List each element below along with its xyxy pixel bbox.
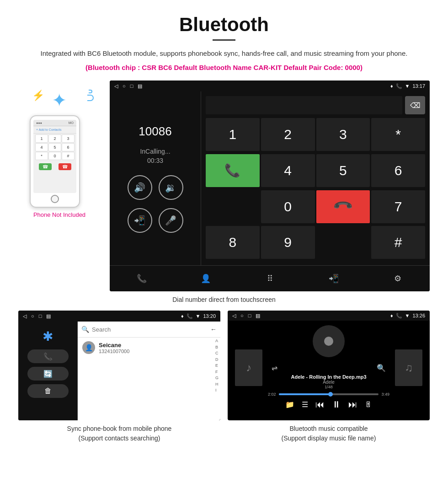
phone-key[interactable]: * xyxy=(35,152,48,160)
key-6[interactable]: 6 xyxy=(371,154,425,187)
phone-key[interactable]: 6 xyxy=(62,143,75,151)
pb-location-icon: ♦ xyxy=(181,313,184,319)
phone-key[interactable]: 1 xyxy=(35,134,48,143)
status-bar-right: ♦ 📞 ▼ 13:17 xyxy=(390,83,425,89)
calling-status: InCalling... xyxy=(140,148,170,155)
nav-keypad-icon[interactable]: ⠿ xyxy=(261,270,278,287)
phone-key[interactable]: 5 xyxy=(48,143,61,151)
music-pause-icon[interactable]: ⏸ xyxy=(332,399,341,410)
phone-home-bar xyxy=(33,195,76,203)
contact-name: Seicane xyxy=(99,342,216,349)
music-wifi-icon: ▼ xyxy=(405,313,410,318)
nav-transfer-icon[interactable]: 📲 xyxy=(325,270,342,287)
key-3[interactable]: 3 xyxy=(316,118,370,151)
key-star[interactable]: * xyxy=(371,118,425,151)
pb-contact-row[interactable]: 👤 Seicane 13241007000 xyxy=(78,338,220,358)
pb-sync-button[interactable]: 🔄 xyxy=(27,367,69,381)
microphone-button[interactable]: 🎤 xyxy=(159,208,183,233)
contact-avatar: 👤 xyxy=(82,341,95,354)
phone-key[interactable]: 4 xyxy=(35,143,48,151)
backspace-button[interactable]: ⌫ xyxy=(405,96,425,114)
key-4[interactable]: 4 xyxy=(261,154,315,187)
menu-icon: ▤ xyxy=(138,83,142,89)
music-android-screen: ◁ ○ □ ▤ ♦ 📞 ▼ 13:26 ♪ xyxy=(228,311,430,420)
phonebook-android-screen: ◁ ○ □ ▤ ♦ 📞 ▼ 13:20 ✱ 📞 🔄 � xyxy=(18,311,220,420)
phone-key[interactable]: 2 xyxy=(48,134,61,143)
pb-home-icon: ○ xyxy=(31,313,34,319)
music-track-name: Adele - Rolling In the Deep.mp3 xyxy=(291,374,366,380)
phone-key[interactable]: 3 xyxy=(62,134,75,143)
call-controls-2: 📲 🎤 xyxy=(128,208,183,233)
pb-call-button[interactable]: 📞 xyxy=(27,349,69,363)
call-accept-button[interactable]: 📞 xyxy=(206,154,260,187)
header-specs: (Bluetooth chip : CSR BC6 Default Blueto… xyxy=(27,64,421,71)
music-time-current: 2:02 xyxy=(268,392,276,397)
music-back-icon: ◁ xyxy=(232,313,236,319)
status-time: 13:17 xyxy=(412,83,425,89)
music-eq-icon[interactable]: 🎚 xyxy=(365,401,372,409)
key-7[interactable]: 7 xyxy=(371,190,425,223)
music-status-bar-right: ♦ 📞 ▼ 13:26 xyxy=(390,313,425,319)
phone-call-red[interactable]: ☎ xyxy=(59,163,71,170)
phone-key[interactable]: 0 xyxy=(48,152,61,160)
key-hash[interactable]: # xyxy=(371,226,425,259)
phone-screen: ●●●MO + Add to Contacts 1 2 3 4 5 6 * 0 … xyxy=(33,120,76,193)
pb-delete-button[interactable]: 🗑 xyxy=(27,384,69,398)
page-header: Bluetooth Integrated with BC6 Bluetooth … xyxy=(0,0,448,76)
music-recents-icon: □ xyxy=(248,313,251,319)
nav-calls-icon[interactable]: 📞 xyxy=(133,270,150,287)
phone-call-green[interactable]: ☎ xyxy=(39,163,52,170)
pb-search-input[interactable] xyxy=(92,324,208,334)
nav-contacts-icon[interactable]: 👤 xyxy=(197,270,214,287)
pb-status-bar-right: ♦ 📞 ▼ 13:20 xyxy=(181,313,216,319)
key-8[interactable]: 8 xyxy=(206,226,260,259)
music-main-area: ♪ ⇌ 🔍 xyxy=(228,321,430,414)
key-5[interactable]: 5 xyxy=(316,154,370,187)
pb-wifi-icon: ▼ xyxy=(196,313,201,319)
key-9[interactable]: 9 xyxy=(261,226,315,259)
dial-input-row: ⌫ xyxy=(206,96,425,114)
phone-not-included-label: Phone Not Included xyxy=(33,211,85,218)
music-playlist-icon[interactable]: ☰ xyxy=(302,400,308,409)
pb-index: A B C D E F G H I xyxy=(215,338,219,394)
pb-status-time: 13:20 xyxy=(203,313,216,319)
phone-red-icon: 📞 xyxy=(332,195,354,217)
music-menu-icon: ▤ xyxy=(256,313,260,319)
shuffle-icon[interactable]: ⇌ xyxy=(272,364,277,372)
key-2[interactable]: 2 xyxy=(261,118,315,151)
music-folder-icon[interactable]: 📁 xyxy=(285,400,294,409)
phone-graphic: ✦ ⚡ ●●●MO + Add to Contacts 1 2 xyxy=(30,90,89,208)
dial-input-field[interactable] xyxy=(206,96,402,114)
recents-icon: □ xyxy=(130,83,133,89)
music-playback-controls: 📁 ☰ ⏮ ⏸ ⏭ 🎚 xyxy=(285,399,372,410)
music-disc xyxy=(313,325,345,357)
android-dial-screen: ◁ ○ □ ▤ ♦ 📞 ▼ 13:17 10086 InCalling... xyxy=(110,80,430,291)
call-controls: 🔊 🔉 xyxy=(128,175,183,200)
music-track-num: 1/48 xyxy=(291,385,366,389)
key-0[interactable]: 0 xyxy=(261,190,315,223)
pb-search-row: 🔍 ← xyxy=(78,322,220,338)
volume-down-button[interactable]: 🔉 xyxy=(159,175,183,200)
phone-key[interactable]: # xyxy=(62,152,75,160)
disc-center-dot xyxy=(324,337,333,346)
pb-recents-icon: □ xyxy=(39,313,42,319)
music-next-icon[interactable]: ⏭ xyxy=(348,399,357,410)
music-progress-bar[interactable] xyxy=(279,393,379,395)
main-section: ✦ ⚡ ●●●MO + Add to Contacts 1 2 xyxy=(0,76,448,291)
search-icon[interactable]: 🔍 xyxy=(377,364,386,372)
pb-status-bar-left: ◁ ○ □ ▤ xyxy=(23,313,51,319)
music-time-total: 3:49 xyxy=(381,392,389,397)
phone-green-icon: 📞 xyxy=(224,163,240,178)
pb-back-arrow-icon[interactable]: ← xyxy=(210,326,217,333)
key-1[interactable]: 1 xyxy=(206,118,260,151)
home-button[interactable] xyxy=(51,195,59,203)
call-end-button[interactable]: 📞 xyxy=(316,190,370,223)
music-prev-icon[interactable]: ⏮ xyxy=(315,399,325,410)
pb-bluetooth-icon: ✱ xyxy=(43,329,53,344)
music-track-info: Adele - Rolling In the Deep.mp3 Adele 1/… xyxy=(291,374,366,389)
nav-settings-icon[interactable]: ⚙ xyxy=(389,270,406,287)
music-progress-row: 2:02 3:49 xyxy=(268,392,389,397)
music-call-icon: 📞 xyxy=(396,313,402,319)
transfer-button[interactable]: 📲 xyxy=(128,208,152,233)
volume-up-button[interactable]: 🔊 xyxy=(128,175,152,200)
